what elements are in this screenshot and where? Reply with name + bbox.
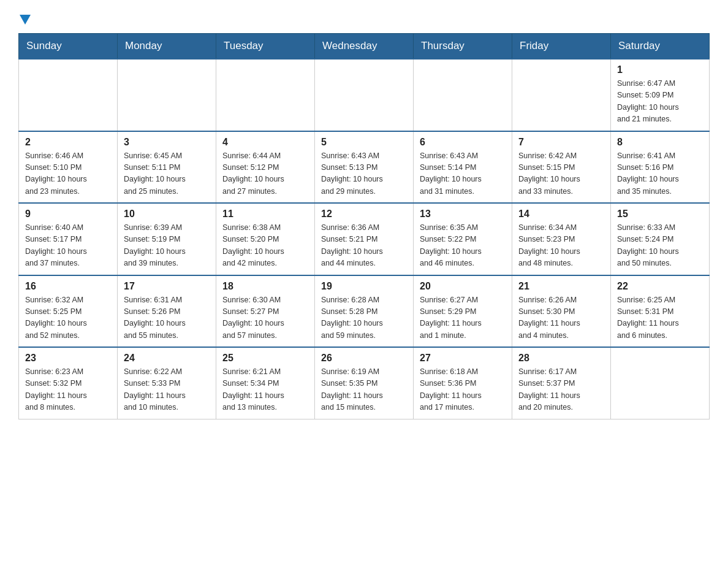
calendar-cell: [611, 347, 710, 419]
day-info: Sunrise: 6:23 AM Sunset: 5:32 PM Dayligh…: [25, 366, 111, 414]
day-info: Sunrise: 6:32 AM Sunset: 5:25 PM Dayligh…: [25, 294, 111, 342]
day-info: Sunrise: 6:42 AM Sunset: 5:15 PM Dayligh…: [518, 150, 604, 198]
day-number: 18: [222, 281, 308, 292]
day-info: Sunrise: 6:46 AM Sunset: 5:10 PM Dayligh…: [25, 150, 111, 198]
calendar-week-3: 16Sunrise: 6:32 AM Sunset: 5:25 PM Dayli…: [19, 275, 710, 348]
day-number: 9: [25, 209, 111, 220]
calendar-cell: 24Sunrise: 6:22 AM Sunset: 5:33 PM Dayli…: [118, 347, 216, 419]
day-number: 2: [25, 137, 111, 148]
calendar-cell: 17Sunrise: 6:31 AM Sunset: 5:26 PM Dayli…: [118, 275, 216, 348]
calendar-week-2: 9Sunrise: 6:40 AM Sunset: 5:17 PM Daylig…: [19, 203, 710, 275]
weekday-header-thursday: Thursday: [414, 34, 512, 59]
day-info: Sunrise: 6:40 AM Sunset: 5:17 PM Dayligh…: [25, 222, 111, 270]
day-number: 17: [124, 281, 210, 292]
calendar-cell: 19Sunrise: 6:28 AM Sunset: 5:28 PM Dayli…: [315, 275, 414, 348]
day-info: Sunrise: 6:38 AM Sunset: 5:20 PM Dayligh…: [222, 222, 308, 270]
calendar-cell: 26Sunrise: 6:19 AM Sunset: 5:35 PM Dayli…: [315, 347, 414, 419]
day-info: Sunrise: 6:21 AM Sunset: 5:34 PM Dayligh…: [222, 366, 308, 414]
day-info: Sunrise: 6:22 AM Sunset: 5:33 PM Dayligh…: [124, 366, 210, 414]
day-info: Sunrise: 6:33 AM Sunset: 5:24 PM Dayligh…: [617, 222, 703, 270]
day-number: 13: [420, 209, 506, 220]
weekday-header-tuesday: Tuesday: [216, 34, 315, 59]
calendar-cell: 2Sunrise: 6:46 AM Sunset: 5:10 PM Daylig…: [19, 131, 118, 204]
calendar-cell: 28Sunrise: 6:17 AM Sunset: 5:37 PM Dayli…: [512, 347, 611, 419]
calendar-cell: [512, 59, 611, 131]
day-info: Sunrise: 6:28 AM Sunset: 5:28 PM Dayligh…: [321, 294, 407, 342]
day-info: Sunrise: 6:17 AM Sunset: 5:37 PM Dayligh…: [518, 366, 604, 414]
logo-triangle-icon: [20, 15, 31, 27]
calendar-cell: 9Sunrise: 6:40 AM Sunset: 5:17 PM Daylig…: [19, 203, 118, 275]
calendar-cell: 18Sunrise: 6:30 AM Sunset: 5:27 PM Dayli…: [216, 275, 315, 348]
calendar-cell: 13Sunrise: 6:35 AM Sunset: 5:22 PM Dayli…: [414, 203, 512, 275]
calendar-cell: 1Sunrise: 6:47 AM Sunset: 5:09 PM Daylig…: [611, 59, 710, 131]
day-number: 8: [617, 137, 703, 148]
day-info: Sunrise: 6:18 AM Sunset: 5:36 PM Dayligh…: [420, 366, 506, 414]
day-number: 19: [321, 281, 407, 292]
day-number: 6: [420, 137, 506, 148]
day-info: Sunrise: 6:43 AM Sunset: 5:14 PM Dayligh…: [420, 150, 506, 198]
calendar-week-4: 23Sunrise: 6:23 AM Sunset: 5:32 PM Dayli…: [19, 347, 710, 419]
calendar-cell: 10Sunrise: 6:39 AM Sunset: 5:19 PM Dayli…: [118, 203, 216, 275]
svg-marker-0: [20, 15, 31, 25]
calendar-cell: 27Sunrise: 6:18 AM Sunset: 5:36 PM Dayli…: [414, 347, 512, 419]
day-info: Sunrise: 6:36 AM Sunset: 5:21 PM Dayligh…: [321, 222, 407, 270]
day-info: Sunrise: 6:19 AM Sunset: 5:35 PM Dayligh…: [321, 366, 407, 414]
calendar-cell: [216, 59, 315, 131]
day-number: 15: [617, 209, 703, 220]
calendar-cell: 6Sunrise: 6:43 AM Sunset: 5:14 PM Daylig…: [414, 131, 512, 204]
day-number: 25: [222, 353, 308, 364]
day-number: 27: [420, 353, 506, 364]
day-number: 7: [518, 137, 604, 148]
day-info: Sunrise: 6:26 AM Sunset: 5:30 PM Dayligh…: [518, 294, 604, 342]
page-header: [18, 12, 710, 27]
calendar-cell: [414, 59, 512, 131]
weekday-header-friday: Friday: [512, 34, 611, 59]
day-info: Sunrise: 6:31 AM Sunset: 5:26 PM Dayligh…: [124, 294, 210, 342]
calendar-cell: 21Sunrise: 6:26 AM Sunset: 5:30 PM Dayli…: [512, 275, 611, 348]
calendar-cell: 14Sunrise: 6:34 AM Sunset: 5:23 PM Dayli…: [512, 203, 611, 275]
day-number: 24: [124, 353, 210, 364]
calendar-cell: 16Sunrise: 6:32 AM Sunset: 5:25 PM Dayli…: [19, 275, 118, 348]
day-info: Sunrise: 6:41 AM Sunset: 5:16 PM Dayligh…: [617, 150, 703, 198]
weekday-header-wednesday: Wednesday: [315, 34, 414, 59]
day-info: Sunrise: 6:30 AM Sunset: 5:27 PM Dayligh…: [222, 294, 308, 342]
day-info: Sunrise: 6:34 AM Sunset: 5:23 PM Dayligh…: [518, 222, 604, 270]
calendar-table: SundayMondayTuesdayWednesdayThursdayFrid…: [18, 33, 710, 419]
day-number: 10: [124, 209, 210, 220]
weekday-header-monday: Monday: [118, 34, 216, 59]
day-number: 16: [25, 281, 111, 292]
calendar-cell: 8Sunrise: 6:41 AM Sunset: 5:16 PM Daylig…: [611, 131, 710, 204]
weekday-header-saturday: Saturday: [611, 34, 710, 59]
day-number: 21: [518, 281, 604, 292]
day-number: 5: [321, 137, 407, 148]
calendar-cell: [315, 59, 414, 131]
day-number: 4: [222, 137, 308, 148]
day-number: 1: [617, 64, 703, 75]
logo: [18, 12, 31, 27]
calendar-cell: 4Sunrise: 6:44 AM Sunset: 5:12 PM Daylig…: [216, 131, 315, 204]
day-info: Sunrise: 6:43 AM Sunset: 5:13 PM Dayligh…: [321, 150, 407, 198]
day-number: 11: [222, 209, 308, 220]
day-info: Sunrise: 6:44 AM Sunset: 5:12 PM Dayligh…: [222, 150, 308, 198]
day-info: Sunrise: 6:39 AM Sunset: 5:19 PM Dayligh…: [124, 222, 210, 270]
day-number: 23: [25, 353, 111, 364]
calendar-cell: [19, 59, 118, 131]
day-info: Sunrise: 6:35 AM Sunset: 5:22 PM Dayligh…: [420, 222, 506, 270]
calendar-cell: 20Sunrise: 6:27 AM Sunset: 5:29 PM Dayli…: [414, 275, 512, 348]
calendar-cell: 22Sunrise: 6:25 AM Sunset: 5:31 PM Dayli…: [611, 275, 710, 348]
day-number: 22: [617, 281, 703, 292]
day-info: Sunrise: 6:47 AM Sunset: 5:09 PM Dayligh…: [617, 78, 703, 126]
day-number: 3: [124, 137, 210, 148]
calendar-cell: 11Sunrise: 6:38 AM Sunset: 5:20 PM Dayli…: [216, 203, 315, 275]
calendar-cell: [118, 59, 216, 131]
calendar-cell: 15Sunrise: 6:33 AM Sunset: 5:24 PM Dayli…: [611, 203, 710, 275]
day-number: 26: [321, 353, 407, 364]
calendar-cell: 23Sunrise: 6:23 AM Sunset: 5:32 PM Dayli…: [19, 347, 118, 419]
calendar-cell: 25Sunrise: 6:21 AM Sunset: 5:34 PM Dayli…: [216, 347, 315, 419]
calendar-cell: 5Sunrise: 6:43 AM Sunset: 5:13 PM Daylig…: [315, 131, 414, 204]
day-number: 12: [321, 209, 407, 220]
calendar-week-0: 1Sunrise: 6:47 AM Sunset: 5:09 PM Daylig…: [19, 59, 710, 131]
day-number: 20: [420, 281, 506, 292]
day-info: Sunrise: 6:45 AM Sunset: 5:11 PM Dayligh…: [124, 150, 210, 198]
calendar-week-1: 2Sunrise: 6:46 AM Sunset: 5:10 PM Daylig…: [19, 131, 710, 204]
